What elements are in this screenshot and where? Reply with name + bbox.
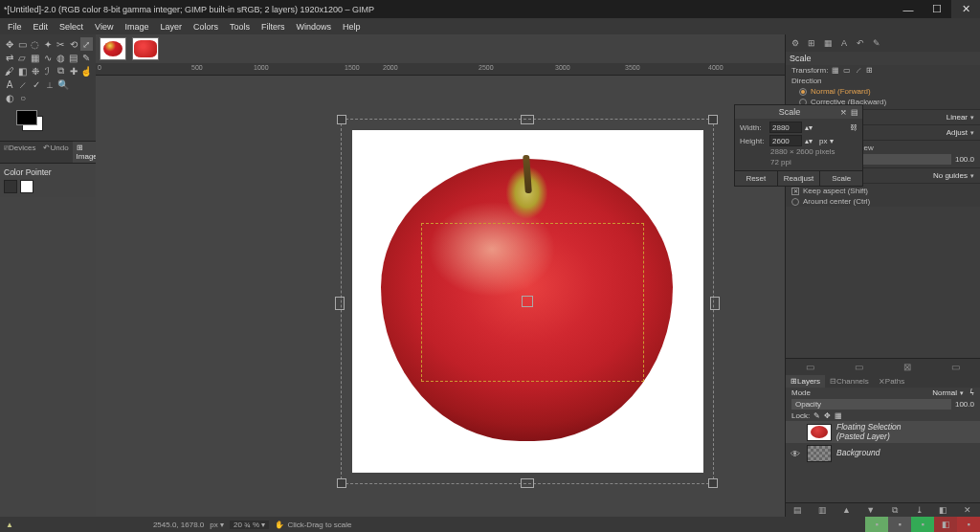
pointer-sw1[interactable] bbox=[4, 180, 17, 193]
transform-path-icon[interactable]: ⟋ bbox=[855, 66, 862, 75]
check-around-center[interactable] bbox=[791, 198, 799, 206]
tab-devices[interactable]: ⎚Devices bbox=[0, 142, 39, 163]
zoom-selector[interactable]: 20 ¾ % ▾ bbox=[230, 521, 269, 529]
pencil-tool-icon[interactable]: ✎ bbox=[80, 51, 93, 64]
fuzzy-select-tool-icon[interactable]: ✦ bbox=[41, 37, 54, 51]
sb-btn-3[interactable]: ▪ bbox=[911, 517, 934, 532]
sb-btn-1[interactable]: ▪ bbox=[865, 517, 888, 532]
layer-opacity-slider[interactable]: Opacity bbox=[791, 399, 951, 410]
image-tab-2[interactable] bbox=[132, 37, 159, 60]
unified-transform-tool-icon[interactable]: ▦ bbox=[29, 51, 41, 64]
warning-icon[interactable]: ▲ bbox=[6, 521, 13, 529]
menu-edit[interactable]: Edit bbox=[28, 21, 55, 33]
handle-w[interactable] bbox=[335, 297, 345, 310]
sb-btn-2[interactable]: ▪ bbox=[888, 517, 911, 532]
transform-bbox[interactable] bbox=[341, 119, 714, 484]
minimize-button[interactable]: — bbox=[894, 0, 923, 18]
spinner-icon[interactable]: ▴▾ bbox=[805, 123, 813, 132]
bucket-fill-tool-icon[interactable]: ◍ bbox=[55, 51, 67, 64]
tab-patterns-icon[interactable]: ▦ bbox=[821, 36, 835, 50]
menu-image[interactable]: Image bbox=[119, 21, 154, 33]
scale-button[interactable]: Scale bbox=[820, 171, 862, 186]
ruler-horizontal[interactable]: 05001000150020002500300035004000 bbox=[96, 63, 785, 76]
reset-button[interactable]: Reset bbox=[735, 171, 778, 186]
airbrush-tool-icon[interactable]: ❉ bbox=[29, 64, 41, 78]
handle-e[interactable] bbox=[710, 297, 720, 310]
clone-tool-icon[interactable]: ⧉ bbox=[55, 64, 67, 78]
middock-tab2-icon[interactable]: ▭ bbox=[835, 362, 883, 372]
handle-se[interactable] bbox=[708, 478, 718, 488]
menu-layer[interactable]: Layer bbox=[154, 21, 188, 33]
tab-paths[interactable]: ⨯Paths bbox=[874, 375, 909, 388]
height-input[interactable]: 2600 bbox=[769, 135, 802, 146]
layer-background[interactable]: 👁 Background bbox=[786, 443, 980, 464]
measure-tool-icon[interactable]: ⟂ bbox=[43, 78, 56, 91]
tab-brushes-icon[interactable]: ⊞ bbox=[805, 36, 818, 50]
color-swatches[interactable] bbox=[3, 108, 93, 135]
transform-layer-icon[interactable]: ▦ bbox=[832, 66, 839, 75]
lock-pixels-icon[interactable]: ✎ bbox=[813, 411, 820, 420]
menu-filters[interactable]: Filters bbox=[256, 21, 291, 33]
close-button[interactable]: ✕ bbox=[951, 0, 980, 18]
heal-tool-icon[interactable]: ✚ bbox=[67, 64, 79, 78]
radio-normal[interactable] bbox=[799, 88, 807, 96]
lock-position-icon[interactable]: ✥ bbox=[824, 411, 831, 420]
text-tool-icon[interactable]: A bbox=[3, 78, 16, 91]
menu-tools[interactable]: Tools bbox=[224, 21, 256, 33]
image-tab-1[interactable] bbox=[100, 37, 126, 60]
tab-layers[interactable]: ⊞Layers bbox=[786, 375, 825, 388]
unit-selector[interactable]: px ▾ bbox=[210, 521, 224, 529]
tab-history-icon[interactable]: ↶ bbox=[854, 36, 867, 50]
blur-tool-icon[interactable]: ○ bbox=[16, 91, 30, 104]
zoom-tool-icon[interactable]: 🔍 bbox=[56, 78, 70, 91]
handle-s[interactable] bbox=[521, 478, 534, 488]
move-tool-icon[interactable]: ✥ bbox=[3, 37, 15, 51]
menu-windows[interactable]: Windows bbox=[290, 21, 337, 33]
tab-tooloptions-icon[interactable]: ⚙ bbox=[789, 36, 802, 50]
tab-fonts-icon[interactable]: A bbox=[837, 36, 851, 50]
canvas-viewport[interactable] bbox=[96, 76, 785, 517]
ink-tool-icon[interactable]: ℐ bbox=[41, 64, 54, 78]
scale-dialog-menu-icon[interactable]: ▤ bbox=[851, 108, 858, 117]
chain-icon[interactable]: ⛓ bbox=[850, 123, 858, 132]
gradient-tool-icon[interactable]: ▤ bbox=[67, 51, 79, 64]
visibility-icon[interactable]: 👁 bbox=[791, 449, 802, 459]
menu-select[interactable]: Select bbox=[54, 21, 89, 33]
raise-layer-icon[interactable]: ▲ bbox=[835, 503, 858, 517]
paintbrush-tool-icon[interactable]: 🖌 bbox=[3, 64, 15, 78]
lock-alpha-icon[interactable]: ▦ bbox=[835, 411, 842, 420]
middock-tab1-icon[interactable]: ▭ bbox=[786, 362, 835, 372]
scale-tool-icon[interactable]: ⤢ bbox=[80, 37, 93, 51]
width-input[interactable]: 2880 bbox=[769, 122, 802, 133]
free-select-tool-icon[interactable]: ◌ bbox=[29, 37, 41, 51]
sb-btn-4[interactable]: ◧ bbox=[934, 517, 957, 532]
rect-select-tool-icon[interactable]: ▭ bbox=[15, 37, 28, 51]
handle-sw[interactable] bbox=[337, 478, 346, 488]
transform-image-icon[interactable]: ⊞ bbox=[866, 66, 873, 75]
sb-btn-5[interactable]: ▪ bbox=[957, 517, 980, 532]
transform-selection-icon[interactable]: ▭ bbox=[843, 66, 851, 75]
middock-tab4-icon[interactable]: ▭ bbox=[931, 362, 980, 372]
rotate-tool-icon[interactable]: ⟲ bbox=[67, 37, 79, 51]
tab-channels[interactable]: ⊟Channels bbox=[825, 375, 874, 388]
handle-nw[interactable] bbox=[337, 115, 346, 124]
scale-dialog[interactable]: Scale ⤧ ▤ Width: 2880 ▴▾ ⛓ Height: 2600 … bbox=[734, 104, 863, 187]
smudge-tool-icon[interactable]: ☝ bbox=[80, 64, 93, 78]
mode-dropdown[interactable]: Normal▾ϟ bbox=[932, 388, 974, 397]
perspective-tool-icon[interactable]: ▱ bbox=[15, 51, 28, 64]
eraser-tool-icon[interactable]: ◧ bbox=[15, 64, 28, 78]
guides-dropdown[interactable]: No guides▾ bbox=[933, 171, 974, 180]
new-layer-icon[interactable]: ▤ bbox=[786, 503, 810, 517]
clipping-dropdown[interactable]: Adjust▾ bbox=[947, 128, 974, 137]
menu-file[interactable]: File bbox=[2, 21, 28, 33]
pointer-sw2[interactable] bbox=[20, 180, 33, 193]
unit-dropdown[interactable]: px ▾ bbox=[819, 137, 834, 145]
menu-help[interactable]: Help bbox=[337, 21, 367, 33]
middock-tab3-icon[interactable]: ⊠ bbox=[883, 362, 932, 372]
tab-paint-icon[interactable]: ✎ bbox=[870, 36, 883, 50]
tab-undo[interactable]: ↶Undo bbox=[39, 142, 72, 163]
handle-ne[interactable] bbox=[708, 115, 718, 124]
handle-center[interactable] bbox=[522, 296, 533, 307]
lower-layer-icon[interactable]: ▼ bbox=[858, 503, 882, 517]
maximize-button[interactable]: ☐ bbox=[923, 0, 951, 18]
